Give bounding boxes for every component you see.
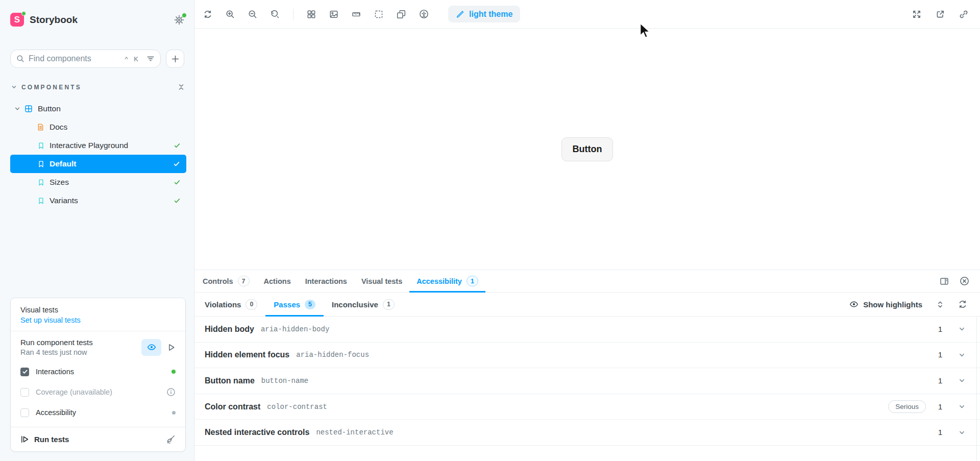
a11y-row-hidden-element-focus[interactable]: Hidden element focus aria-hidden-focus 1 xyxy=(194,343,980,369)
severity-badge: Serious xyxy=(888,400,926,413)
component-tree: Button Docs Interactive Playground xyxy=(0,100,194,210)
outline-icon[interactable] xyxy=(374,10,383,19)
create-story-button[interactable] xyxy=(166,50,184,68)
tree-item-interactive-playground[interactable]: Interactive Playground xyxy=(0,136,194,155)
rule-count: 1 xyxy=(938,428,943,437)
visual-tests-section: Visual tests Set up visual tests xyxy=(11,298,185,331)
story-canvas: Button xyxy=(194,29,980,270)
interactions-checkbox[interactable] xyxy=(20,368,29,376)
preview-button-component[interactable]: Button xyxy=(561,137,614,161)
open-new-tab-icon[interactable] xyxy=(936,10,945,19)
chevron-down-icon xyxy=(14,106,20,112)
copy-link-icon[interactable] xyxy=(959,10,968,19)
measure-icon[interactable] xyxy=(352,10,361,19)
tree-item-default-selected[interactable]: Default xyxy=(10,155,186,173)
run-tests-button[interactable]: Run tests xyxy=(11,427,185,451)
brand-title: Storybook xyxy=(30,14,78,26)
chevron-down-icon[interactable] xyxy=(959,352,965,358)
tab-visual-tests[interactable]: Visual tests xyxy=(354,270,409,292)
tree-item-label: Button xyxy=(38,104,61,113)
zoom-reset-icon[interactable] xyxy=(271,10,280,19)
chevron-down-icon[interactable] xyxy=(959,429,965,436)
zoom-out-icon[interactable] xyxy=(248,10,257,19)
test-pass-check-icon xyxy=(174,197,181,204)
tree-item-label: Docs xyxy=(50,123,67,132)
panel-scrollbar-track[interactable] xyxy=(976,317,977,461)
watch-mode-toggle[interactable] xyxy=(141,339,161,356)
tree-item-label: Variants xyxy=(50,196,78,205)
panel-position-icon[interactable] xyxy=(940,277,949,286)
collapse-rows-icon[interactable] xyxy=(936,300,944,309)
tree-item-button[interactable]: Button xyxy=(0,100,194,118)
tab-badge: 7 xyxy=(238,276,250,286)
tab-label: Controls xyxy=(203,277,233,285)
grid-toggle-icon[interactable] xyxy=(307,10,316,19)
rule-id: nested-interactive xyxy=(316,428,393,436)
rule-title: Nested interactive controls xyxy=(205,428,309,437)
rule-title: Hidden body xyxy=(205,325,254,334)
subtab-badge: 0 xyxy=(246,299,257,310)
visual-tests-title: Visual tests xyxy=(20,306,176,314)
chevron-down-icon[interactable] xyxy=(959,326,965,332)
settings-button[interactable] xyxy=(174,14,185,26)
show-highlights-label: Show highlights xyxy=(863,300,922,309)
tab-interactions[interactable]: Interactions xyxy=(298,270,354,292)
tree-item-variants[interactable]: Variants xyxy=(0,191,194,210)
sweep-icon[interactable] xyxy=(166,434,176,444)
search-input[interactable]: Find components ^ K xyxy=(10,50,161,68)
info-icon[interactable] xyxy=(166,387,176,397)
coverage-checkbox[interactable] xyxy=(20,388,29,397)
checkbox-label: Interactions xyxy=(36,368,74,376)
accessibility-checkbox[interactable] xyxy=(20,408,29,417)
tab-actions[interactable]: Actions xyxy=(257,270,298,292)
a11y-passes-list: Hidden body aria-hidden-body 1 Hidden el… xyxy=(194,317,980,446)
collapse-all-icon[interactable] xyxy=(177,83,185,91)
rerun-tests-icon[interactable] xyxy=(958,300,967,309)
run-tests-play-button[interactable] xyxy=(167,343,176,352)
eye-icon xyxy=(147,343,156,352)
a11y-row-color-contrast[interactable]: Color contrast color-contrast Serious 1 xyxy=(194,394,980,420)
chevron-down-icon[interactable] xyxy=(959,377,965,384)
rule-count: 1 xyxy=(938,325,943,334)
fullscreen-icon[interactable] xyxy=(912,10,921,19)
viewport-icon[interactable] xyxy=(397,10,406,19)
tab-controls[interactable]: Controls 7 xyxy=(195,270,257,292)
subtab-passes[interactable]: Passes 5 xyxy=(265,293,324,316)
toolbar-divider xyxy=(293,9,293,20)
show-highlights-toggle[interactable]: Show highlights xyxy=(849,300,922,309)
zoom-in-icon[interactable] xyxy=(226,10,235,19)
filter-icon[interactable] xyxy=(146,55,155,63)
tree-item-sizes[interactable]: Sizes xyxy=(0,173,194,191)
a11y-row-nested-interactive[interactable]: Nested interactive controls nested-inter… xyxy=(194,420,980,446)
tab-accessibility[interactable]: Accessibility 1 xyxy=(409,270,485,292)
a11y-row-button-name[interactable]: Button name button-name 1 xyxy=(194,368,980,394)
test-pass-check-icon xyxy=(174,142,181,149)
background-icon[interactable] xyxy=(329,10,338,19)
tab-label: Interactions xyxy=(305,277,347,285)
a11y-subtab-bar: Violations 0 Passes 5 Inconclusive 1 xyxy=(194,293,980,317)
subtab-violations[interactable]: Violations 0 xyxy=(197,293,265,316)
search-icon xyxy=(16,55,24,63)
subtab-badge: 1 xyxy=(383,299,395,310)
chevron-down-icon[interactable] xyxy=(959,403,965,410)
close-panel-icon[interactable] xyxy=(960,276,969,286)
accessibility-vision-icon[interactable] xyxy=(419,9,429,19)
rule-id: aria-hidden-body xyxy=(261,325,329,333)
run-component-tests-section: Run component tests Ran 4 tests just now xyxy=(11,331,185,360)
components-section-header[interactable]: COMPONENTS xyxy=(11,83,185,91)
subtab-label: Passes xyxy=(274,300,300,309)
rule-id: aria-hidden-focus xyxy=(296,351,369,359)
tree-item-docs[interactable]: Docs xyxy=(0,118,194,136)
panel-tab-bar: Controls 7 Actions Interactions Visual t… xyxy=(194,270,980,293)
subtab-inconclusive[interactable]: Inconclusive 1 xyxy=(324,293,403,316)
setup-visual-tests-link[interactable]: Set up visual tests xyxy=(20,316,176,324)
storybook-logo-icon: S xyxy=(10,13,24,27)
remount-icon[interactable] xyxy=(203,10,212,19)
a11y-row-hidden-body[interactable]: Hidden body aria-hidden-body 1 xyxy=(194,317,980,343)
tree-item-label: Default xyxy=(50,159,77,168)
theme-switcher-button[interactable]: light theme xyxy=(448,6,520,22)
tab-badge: 1 xyxy=(467,276,478,286)
subtab-label: Inconclusive xyxy=(332,300,378,309)
subtab-badge: 5 xyxy=(305,300,315,309)
canvas-toolbar: light theme xyxy=(194,0,980,29)
